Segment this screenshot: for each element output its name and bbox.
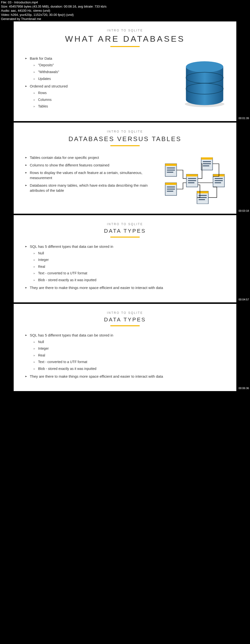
svg-rect-12 [167,188,175,189]
svg-rect-30 [197,191,208,194]
slide-title: DATABASES VERSUS TABLES [24,135,226,143]
eyebrow: INTRO TO SQLITE [24,29,226,32]
title-rule [110,325,140,326]
svg-rect-22 [203,163,211,164]
eyebrow: INTRO TO SQLITE [24,130,226,133]
tables-diagram-icon [163,158,226,204]
bullet: Columns to show the different features c… [25,162,158,168]
sub-bullet: Updates [34,76,178,82]
title-rule [110,46,140,47]
database-cylinder-icon [183,56,226,108]
sub-bullet: Real [34,353,226,358]
sub-bullet: Null [34,340,226,344]
slide-1: INTRO TO SQLITE WHAT ARE DATABASES Bank … [14,22,236,121]
sub-bullet: Blob - stored exactly as it was inputted [34,278,226,283]
bullet: SQL has 5 different types that data can … [25,332,226,371]
svg-rect-18 [188,182,194,183]
svg-point-1 [186,62,223,72]
svg-rect-7 [167,170,175,170]
svg-rect-13 [167,191,173,192]
svg-rect-6 [167,168,175,168]
eyebrow: INTRO TO SQLITE [24,222,226,226]
bullet: Ordered and structured Rows Columns Tabl… [25,84,178,109]
sub-bullet: Integer [34,346,226,351]
bullet: Tables contain data for one specific pro… [25,155,158,160]
svg-rect-27 [215,180,223,181]
thumbnail-grid: INTRO TO SQLITE WHAT ARE DATABASES Bank … [0,22,250,391]
svg-rect-23 [203,166,209,166]
svg-rect-5 [165,164,177,166]
eyebrow: INTRO TO SQLITE [24,311,226,314]
svg-rect-26 [215,178,223,179]
bullet-list: SQL has 5 different types that data can … [24,244,226,290]
sub-bullet: Text - converted to a UTF format [34,360,226,364]
meta-file: File: 03 - Introduction.mp4 [1,0,249,5]
bullet: They are there to make things more space… [25,285,226,290]
meta-size: Size: 45457958 bytes (43.35 MiB), durati… [1,5,249,9]
sub-bullet: Null [34,251,226,256]
meta-audio: Audio: aac, 44100 Hz, stereo (und) [1,9,249,13]
file-metadata: File: 03 - Introduction.mp4 Size: 454579… [0,0,250,22]
slide-3: INTRO TO SQLITE DATA TYPES SQL has 5 dif… [14,215,236,302]
svg-rect-15 [186,174,198,176]
sub-bullet: Columns [34,98,178,102]
meta-generator: Generated by Thumbnail me [1,17,249,21]
bullet: Bank for Data "Deposits" "Withdrawals" U… [25,56,178,81]
svg-rect-20 [201,158,213,160]
svg-rect-8 [167,172,173,172]
bullet: SQL has 5 different types that data can … [25,244,226,283]
bullet: They are there to make things more space… [25,374,226,379]
bullet-list: Tables contain data for one specific pro… [24,155,158,193]
title-rule [110,236,140,238]
slide-2: INTRO TO SQLITE DATABASES VERSUS TABLES … [14,122,236,214]
slide-title: DATA TYPES [24,228,226,234]
svg-rect-16 [188,178,196,179]
svg-rect-21 [203,161,211,162]
bullet-list: Bank for Data "Deposits" "Withdrawals" U… [24,56,178,109]
sub-bullet: Integer [34,258,226,262]
timestamp: 00:06:36 [238,387,249,390]
bullet: Rows to display the values of each featu… [25,170,158,180]
slide-title: WHAT ARE DATABASES [24,34,226,44]
slide-4: INTRO TO SQLITE DATA TYPES SQL has 5 dif… [14,304,236,391]
timestamp: 00:03:18 [238,209,249,212]
sub-bullet: Real [34,264,226,269]
svg-rect-11 [167,187,175,188]
sub-bullet: "Withdrawals" [34,70,178,74]
bullet: Databases store many tables, which have … [25,183,158,193]
sub-bullet: "Deposits" [34,63,178,68]
sub-bullet: Blob - stored exactly as it was inputted [34,366,226,371]
svg-rect-10 [165,183,177,185]
meta-video: Video: h264, yuv420p, 1152x720, 30.00 fp… [1,13,249,17]
sub-bullet: Text - converted to a UTF format [34,271,226,276]
slide-title: DATA TYPES [24,316,226,323]
svg-rect-28 [215,182,221,183]
timestamp: 00:04:57 [238,298,249,301]
timestamp: 00:01:39 [238,117,249,120]
svg-rect-33 [199,199,205,200]
sub-bullet: Tables [34,104,178,109]
title-rule [110,145,140,146]
bullet-list: SQL has 5 different types that data can … [24,332,226,379]
svg-rect-17 [188,180,196,181]
sub-bullet: Rows [34,91,178,96]
